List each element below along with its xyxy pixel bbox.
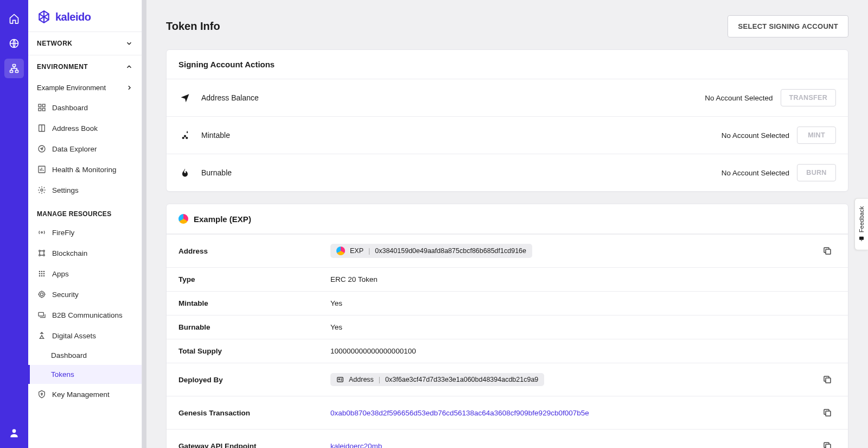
svg-point-36	[339, 378, 340, 380]
environment-selector[interactable]: Example Environment	[28, 78, 142, 97]
svg-point-24	[39, 275, 41, 277]
svg-rect-3	[16, 70, 18, 72]
book-icon	[37, 123, 47, 133]
sidebar-item-key-management[interactable]: Key Management	[28, 384, 142, 405]
copy-icon[interactable]	[819, 242, 836, 260]
info-row-type: Type ERC 20 Token	[167, 267, 848, 291]
svg-rect-39	[826, 444, 831, 448]
deployed-pill: Address | 0x3f6ae3cf47d7d33e3e1a060bd483…	[330, 373, 544, 386]
token-badge-icon	[178, 214, 188, 224]
icon-rail	[0, 0, 28, 448]
sidebar: kaleido NETWORK ENVIRONMENT Example Envi…	[28, 0, 142, 448]
svg-point-14	[39, 250, 41, 252]
svg-point-17	[43, 255, 45, 256]
sidebar-item-security[interactable]: Security	[28, 284, 142, 305]
copy-icon[interactable]	[819, 371, 836, 388]
burn-button[interactable]: BURN	[797, 164, 836, 181]
sidebar-item-health[interactable]: Health & Monitoring	[28, 159, 142, 180]
svg-point-30	[41, 393, 43, 395]
sidebar-item-da-dashboard[interactable]: Dashboard	[28, 346, 142, 365]
apps-icon	[37, 269, 47, 279]
sidebar-item-digital-assets[interactable]: Digital Assets	[28, 325, 142, 346]
info-row-mintable: Mintable Yes	[167, 291, 848, 315]
info-row-address: Address EXP | 0x3840159d0e49aafd8a875cbc…	[167, 234, 848, 267]
svg-point-28	[40, 293, 43, 295]
environment-section-header[interactable]: ENVIRONMENT	[28, 55, 142, 78]
sidebar-item-b2b[interactable]: B2B Communications	[28, 305, 142, 325]
svg-point-27	[39, 292, 45, 298]
chart-icon	[37, 165, 47, 174]
token-badge-icon	[336, 247, 345, 255]
main-area: Token Info SELECT SIGNING ACCOUNT Signin…	[142, 0, 868, 448]
svg-point-21	[39, 273, 41, 275]
action-row-mintable: Mintable No Account Selected MINT	[167, 116, 848, 154]
globe-icon[interactable]	[4, 34, 24, 53]
firefly-icon	[37, 228, 47, 237]
sidebar-item-apps[interactable]: Apps	[28, 263, 142, 284]
svg-point-32	[186, 137, 188, 139]
svg-rect-8	[42, 108, 45, 111]
messages-icon	[37, 310, 47, 320]
svg-rect-7	[39, 108, 41, 111]
svg-point-23	[43, 273, 45, 275]
dashboard-icon	[37, 103, 47, 112]
page-title: Token Info	[166, 20, 220, 33]
copy-icon[interactable]	[819, 404, 836, 421]
info-row-deployed-by: Deployed By Address | 0x3f6ae3cf47d7d33e…	[167, 363, 848, 396]
sidebar-item-address-book[interactable]: Address Book	[28, 118, 142, 138]
send-icon	[178, 91, 192, 104]
info-row-burnable: Burnable Yes	[167, 315, 848, 339]
manage-resources-label: MANAGE RESOURCES	[28, 200, 142, 222]
user-icon[interactable]	[4, 423, 24, 443]
svg-point-19	[41, 271, 43, 273]
chevron-up-icon	[125, 63, 133, 71]
sidebar-item-data-explorer[interactable]: Data Explorer	[28, 138, 142, 159]
sidebar-item-settings[interactable]: Settings	[28, 180, 142, 200]
info-row-genesis: Genesis Transaction 0xab0b870e38d2f59665…	[167, 396, 848, 429]
id-card-icon	[336, 376, 344, 383]
brand-logo[interactable]: kaleido	[28, 0, 142, 31]
scrollbar[interactable]	[142, 0, 146, 448]
mint-button[interactable]: MINT	[797, 127, 836, 144]
sidebar-item-firefly[interactable]: FireFly	[28, 222, 142, 243]
compass-icon	[37, 144, 47, 154]
sidebar-item-blockchain[interactable]: Blockchain	[28, 243, 142, 263]
home-icon[interactable]	[4, 9, 24, 28]
mint-icon	[178, 129, 192, 142]
svg-rect-35	[337, 377, 343, 382]
svg-rect-40	[859, 237, 864, 240]
action-row-balance: Address Balance No Account Selected TRAN…	[167, 79, 848, 116]
chevron-down-icon	[125, 40, 133, 47]
token-info-card: Example (EXP) Address EXP | 0x3840159d0e…	[166, 204, 848, 448]
svg-rect-29	[39, 312, 43, 316]
sidebar-item-dashboard[interactable]: Dashboard	[28, 97, 142, 118]
svg-point-18	[39, 271, 41, 273]
network-section-header[interactable]: NETWORK	[28, 31, 142, 55]
svg-point-12	[41, 189, 43, 191]
svg-point-33	[184, 135, 186, 137]
signing-actions-header: Signing Account Actions	[167, 50, 848, 79]
feedback-tab[interactable]: Feedback	[854, 198, 868, 250]
svg-point-16	[39, 255, 41, 256]
svg-rect-2	[10, 70, 13, 72]
svg-rect-1	[13, 65, 16, 67]
blockchain-icon	[37, 248, 47, 258]
copy-icon[interactable]	[819, 437, 836, 448]
network-tree-icon[interactable]	[4, 59, 24, 78]
feedback-icon	[858, 236, 865, 242]
gateway-link[interactable]: kaleidoerc20mb	[330, 442, 382, 449]
genesis-link[interactable]: 0xab0b870e38d2f596656d53edb76cd56138ac64…	[330, 409, 589, 417]
sidebar-item-tokens[interactable]: Tokens	[28, 365, 142, 384]
svg-point-25	[41, 275, 43, 277]
address-pill: EXP | 0x3840159d0e49aafd8a875cbcf86b685d…	[330, 244, 532, 258]
assets-icon	[37, 331, 47, 340]
shield-icon	[37, 289, 47, 299]
svg-rect-38	[826, 411, 831, 416]
token-info-header: Example (EXP)	[167, 204, 848, 234]
info-row-supply: Total Supply 100000000000000000100	[167, 339, 848, 363]
select-signing-account-button[interactable]: SELECT SIGNING ACCOUNT	[727, 15, 848, 37]
chevron-right-icon	[126, 84, 133, 91]
transfer-button[interactable]: TRANSFER	[781, 89, 836, 106]
svg-rect-5	[39, 104, 41, 107]
svg-point-22	[41, 273, 43, 275]
